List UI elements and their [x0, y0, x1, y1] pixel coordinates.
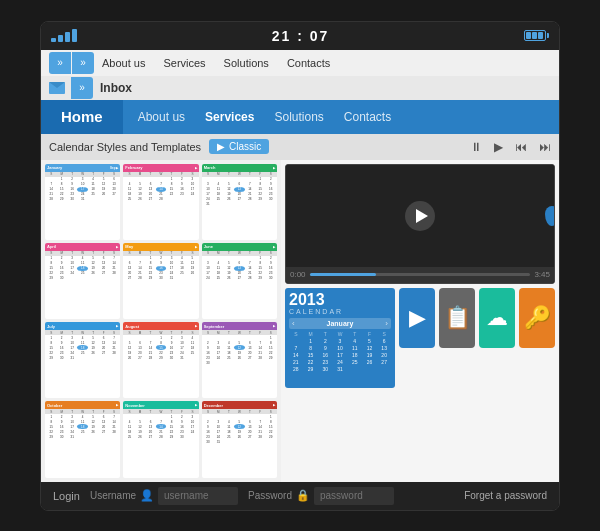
cal-2013-next[interactable]: › — [385, 319, 388, 328]
bottom-row: 2013 CALENDAR ‹ January › SMT WTFS 12345… — [285, 288, 555, 478]
calendar-header: Calendar Styles and Templates ▶ Classic … — [41, 134, 559, 160]
play-button[interactable]: ▶ — [494, 140, 503, 154]
bottom-icon-tiles: ▶ 📋 ☁ 🔑 — [399, 288, 555, 348]
status-bar: 21 : 07 — [41, 22, 559, 50]
cal-march: March▶ SMT WTFS 12 3456789 1011121314151… — [202, 164, 277, 240]
video-player: 0:00 3:45 — [285, 164, 555, 284]
username-input[interactable] — [158, 487, 238, 505]
password-group: Password 🔒 — [248, 487, 394, 505]
calendar-header-text: Calendar Styles and Templates — [49, 141, 201, 153]
password-label: Password — [248, 490, 292, 501]
nav-about-us[interactable]: About us — [102, 57, 145, 69]
pause-button[interactable]: ⏸ — [470, 140, 482, 154]
login-label: Login — [53, 490, 80, 502]
user-icon: 👤 — [140, 489, 154, 502]
home-button[interactable]: Home — [41, 100, 123, 134]
cal-january: JanuarySep ▶ SMT WTFS 123456 78910111213… — [45, 164, 120, 240]
classic-button[interactable]: ▶ Classic — [209, 139, 269, 154]
video-time: 0:00 — [290, 270, 306, 279]
time-display: 21 : 07 — [272, 28, 330, 44]
email-icon — [49, 82, 65, 94]
clipboard-tile[interactable]: 📋 — [439, 288, 475, 348]
content-area: Calendar Styles and Templates ▶ Classic … — [41, 134, 559, 482]
cal-december: December▶ SMT WTFS 1 2345678 91011121314… — [202, 401, 277, 477]
password-input[interactable] — [314, 487, 394, 505]
play-tile-icon: ▶ — [409, 305, 426, 331]
username-group: Username 👤 — [90, 487, 238, 505]
blue-nav-contacts[interactable]: Contacts — [344, 110, 391, 124]
blue-drop-decoration — [545, 206, 555, 226]
play-tile[interactable]: ▶ — [399, 288, 435, 348]
calendar-section: JanuarySep ▶ SMT WTFS 123456 78910111213… — [41, 160, 281, 482]
nav-bar-1: » » About us Services Solutions Contacts — [41, 50, 559, 76]
username-label: Username — [90, 490, 136, 501]
signal-bars — [51, 29, 77, 42]
cal-2013-month-header: ‹ January › — [289, 318, 391, 329]
forward-button[interactable]: ⏭ — [539, 140, 551, 154]
arrow-left[interactable]: » — [49, 52, 71, 74]
play-triangle-icon — [416, 209, 428, 223]
battery-icon — [524, 30, 549, 41]
key-tile[interactable]: 🔑 — [519, 288, 555, 348]
video-screen — [286, 165, 554, 267]
clipboard-tile-icon: 📋 — [444, 305, 471, 331]
cal-june: June▶ SMT WTFS 12 3456789 10111213141516… — [202, 243, 277, 319]
cloud-tile-icon: ☁ — [486, 305, 508, 331]
nav-services[interactable]: Services — [163, 57, 205, 69]
video-controls: 0:00 3:45 — [286, 267, 554, 283]
rewind-button[interactable]: ⏮ — [515, 140, 527, 154]
inbox-bar: » Inbox — [41, 76, 559, 100]
cal-2013-widget: 2013 CALENDAR ‹ January › SMT WTFS 12345… — [285, 288, 395, 388]
progress-fill — [310, 273, 376, 276]
cal-2013-year: 2013 — [289, 292, 391, 308]
inbox-arrow[interactable]: » — [71, 77, 93, 99]
cal-2013-month-name: January — [327, 320, 354, 327]
blue-nav-links: About us Services Solutions Contacts — [123, 110, 407, 124]
nav-solutions[interactable]: Solutions — [224, 57, 269, 69]
nav-links-1: About us Services Solutions Contacts — [102, 57, 330, 69]
cal-may: May▶ SMT WTFS 12345 6789101112 131415161… — [123, 243, 198, 319]
cal-august: August▶ SMT WTFS 1234 567891011 12131415… — [123, 322, 198, 398]
video-play-button[interactable] — [405, 201, 435, 231]
nav-arrows[interactable]: » » — [49, 52, 94, 74]
media-controls: ⏸ ▶ ⏮ ⏭ — [470, 140, 551, 154]
cal-february: February▶ SMT WTFS 123 45678910 11121314… — [123, 164, 198, 240]
cal-july: July▶ SMT WTFS 1234567 891011121314 1516… — [45, 322, 120, 398]
inbox-arrows[interactable]: » — [71, 77, 94, 99]
right-section: 0:00 3:45 2013 CALENDAR ‹ — [281, 160, 559, 482]
cal-2013-prev[interactable]: ‹ — [292, 319, 295, 328]
arrow-right[interactable]: » — [72, 52, 94, 74]
login-bar: Login Username 👤 Password 🔒 Forget a pas… — [41, 482, 559, 510]
blue-nav-services[interactable]: Services — [205, 110, 254, 124]
main-row: JanuarySep ▶ SMT WTFS 123456 78910111213… — [41, 160, 559, 482]
blue-nav-solutions[interactable]: Solutions — [274, 110, 323, 124]
cal-2013-label: CALENDAR — [289, 308, 391, 315]
progress-bar[interactable] — [310, 273, 531, 276]
forgot-password-link[interactable]: Forget a password — [464, 490, 547, 501]
cloud-tile[interactable]: ☁ — [479, 288, 515, 348]
inbox-label: Inbox — [100, 81, 132, 95]
cal-september: September▶ SMT WTFS 1 2345678 9101112131… — [202, 322, 277, 398]
cal-october: October▶ SMT WTFS 1234567 891011121314 1… — [45, 401, 120, 477]
nav-contacts[interactable]: Contacts — [287, 57, 330, 69]
cal-2013-grid: SMT WTFS 123456 78910111213 141516171819… — [289, 331, 391, 372]
key-tile-icon: 🔑 — [524, 305, 551, 331]
blue-nav: Home About us Services Solutions Contact… — [41, 100, 559, 134]
cal-april: April▶ SMT WTFS 1234567 891011121314 151… — [45, 243, 120, 319]
video-duration: 3:45 — [534, 270, 550, 279]
blue-nav-about[interactable]: About us — [138, 110, 185, 124]
cal-november: November▶ SMT WTFS 123 45678910 11121314… — [123, 401, 198, 477]
lock-icon: 🔒 — [296, 489, 310, 502]
